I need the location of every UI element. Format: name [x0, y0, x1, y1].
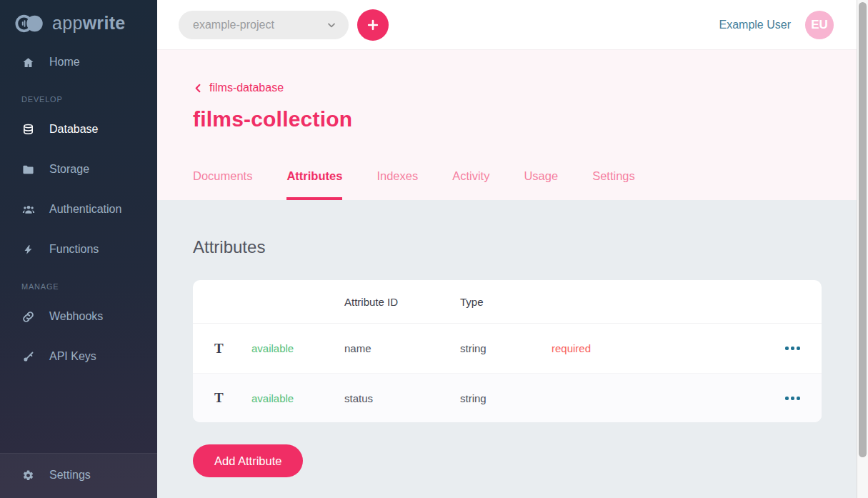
tab-indexes[interactable]: Indexes — [376, 169, 418, 200]
attribute-id-cell: name — [344, 342, 460, 354]
scrollbar-thumb[interactable] — [859, 2, 867, 457]
sidebar-item-database[interactable]: Database — [0, 118, 157, 141]
home-icon — [21, 56, 35, 69]
bolt-icon — [21, 244, 35, 256]
topbar: example-project Example User EU — [157, 0, 868, 50]
page-header: films-database films-collection Document… — [157, 50, 868, 200]
tab-attributes[interactable]: Attributes — [286, 169, 342, 200]
sidebar-item-label: Functions — [49, 243, 99, 256]
required-flag: required — [552, 342, 772, 354]
sidebar-footer: Settings — [0, 453, 157, 498]
gear-icon — [21, 469, 35, 482]
sidebar: appwrite Home DEVELOP Database — [0, 0, 157, 498]
sidebar-nav: Home DEVELOP Database Storage — [0, 51, 157, 368]
sidebar-item-home[interactable]: Home — [0, 51, 157, 74]
string-type-icon: T — [214, 341, 251, 357]
sidebar-item-label: Webhooks — [49, 310, 103, 323]
string-type-icon: T — [214, 390, 251, 406]
sidebar-item-label: Database — [49, 123, 99, 136]
sidebar-item-authentication[interactable]: Authentication — [0, 198, 157, 221]
tab-usage[interactable]: Usage — [524, 169, 558, 200]
sidebar-item-functions[interactable]: Functions — [0, 238, 157, 261]
avatar[interactable]: EU — [805, 11, 834, 39]
table-header-row: Attribute ID Type — [193, 280, 822, 324]
type-cell: string — [460, 392, 552, 404]
status-badge: available — [251, 392, 344, 404]
chevron-down-icon — [326, 19, 337, 31]
row-menu-button[interactable] — [772, 392, 800, 404]
column-header-type: Type — [460, 296, 552, 308]
project-selector-value: example-project — [193, 19, 274, 31]
add-project-button[interactable] — [357, 9, 389, 41]
app-window: appwrite Home DEVELOP Database — [0, 0, 868, 498]
sidebar-item-storage[interactable]: Storage — [0, 158, 157, 181]
type-cell: string — [460, 342, 552, 354]
content-area: Attributes Attribute ID Type T available… — [157, 200, 868, 498]
attribute-id-cell: status — [344, 392, 460, 404]
column-header-attribute-id: Attribute ID — [344, 296, 460, 308]
sidebar-item-label: Settings — [49, 469, 91, 482]
topbar-right: Example User EU — [719, 11, 834, 39]
main-area: example-project Example User EU — [157, 0, 868, 498]
user-name-link[interactable]: Example User — [719, 19, 791, 31]
attributes-table: Attribute ID Type T available name strin… — [193, 280, 822, 422]
table-row: T available status string — [193, 374, 822, 422]
users-icon — [21, 204, 35, 216]
add-attribute-button[interactable]: Add Attribute — [193, 444, 303, 477]
folder-icon — [21, 164, 35, 176]
sidebar-item-webhooks[interactable]: Webhooks — [0, 305, 157, 328]
sidebar-item-settings[interactable]: Settings — [0, 464, 157, 487]
status-badge: available — [251, 342, 344, 354]
link-icon — [21, 311, 35, 323]
sidebar-item-label: Authentication — [49, 203, 121, 216]
breadcrumb-label: films-database — [209, 81, 284, 94]
tab-bar: Documents Attributes Indexes Activity Us… — [193, 169, 868, 200]
project-selector[interactable]: example-project — [179, 11, 349, 39]
section-heading: Attributes — [193, 237, 822, 257]
table-row: T available name string required — [193, 324, 822, 374]
database-icon — [21, 124, 35, 136]
tab-documents[interactable]: Documents — [193, 169, 252, 200]
sidebar-section-develop: DEVELOP — [0, 95, 157, 104]
key-icon — [21, 351, 35, 363]
tab-settings[interactable]: Settings — [592, 169, 635, 200]
appwrite-logo[interactable]: appwrite — [0, 0, 157, 34]
sidebar-section-manage: MANAGE — [0, 282, 157, 291]
appwrite-logo-icon — [14, 14, 46, 34]
tab-activity[interactable]: Activity — [452, 169, 489, 200]
chevron-left-icon — [193, 83, 204, 94]
plus-icon — [366, 18, 380, 32]
row-menu-button[interactable] — [772, 342, 800, 354]
page-title: films-collection — [193, 107, 868, 131]
breadcrumb[interactable]: films-database — [193, 81, 284, 94]
sidebar-item-label: API Keys — [49, 350, 96, 363]
sidebar-item-api-keys[interactable]: API Keys — [0, 345, 157, 368]
scrollbar[interactable] — [857, 0, 868, 498]
sidebar-item-label: Home — [49, 56, 80, 69]
appwrite-logo-text: appwrite — [52, 13, 125, 34]
sidebar-item-label: Storage — [49, 163, 89, 176]
